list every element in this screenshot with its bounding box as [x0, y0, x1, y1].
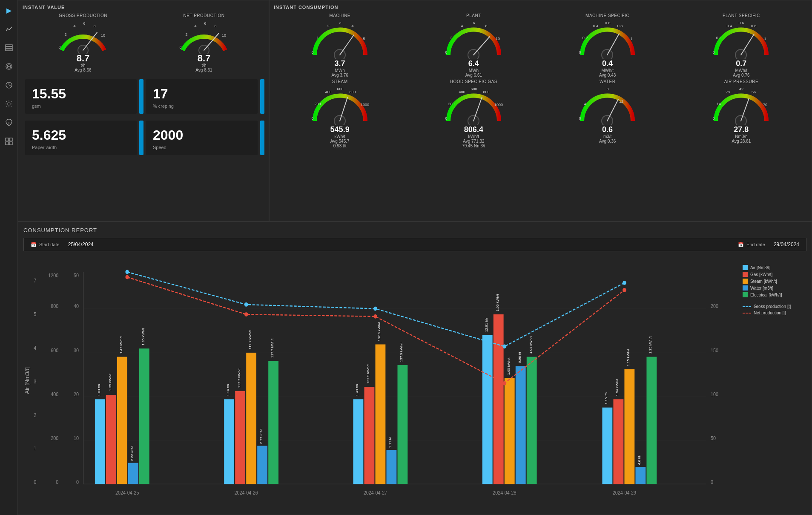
- speed-indicator: [260, 121, 264, 155]
- svg-point-5: [8, 66, 9, 67]
- svg-text:1.05 kWh/t: 1.05 kWh/t: [496, 293, 499, 311]
- gross-production-point: [244, 302, 248, 307]
- svg-text:0.77 m3/t: 0.77 m3/t: [260, 428, 263, 443]
- bar: [268, 361, 278, 484]
- svg-text:0.2: 0.2: [582, 36, 588, 40]
- svg-text:0: 0: [311, 50, 313, 55]
- bar: [646, 357, 657, 484]
- svg-text:6: 6: [473, 21, 475, 25]
- svg-text:4: 4: [34, 345, 37, 351]
- svg-text:117.7 kWh/t: 117.7 kWh/t: [249, 330, 252, 350]
- paper-width-label: Paper width: [32, 145, 130, 150]
- chart-legend: Air [Nm3/t] Gas [kWh/t] Steam [kWh/t] Wa…: [738, 256, 806, 505]
- plant-specific-unit: MWh/t: [735, 68, 747, 73]
- bar: [494, 314, 504, 484]
- bar: [602, 408, 612, 484]
- plant-gauge-container: PLANT 0 2 4 6 8 10: [407, 13, 539, 78]
- bar: [505, 378, 515, 484]
- svg-text:40: 40: [74, 304, 79, 309]
- svg-text:2024-04-28: 2024-04-28: [493, 490, 516, 495]
- svg-text:1000: 1000: [494, 103, 503, 107]
- net-production-value: 8.7: [198, 54, 211, 63]
- svg-text:Air [Nm3/t]: Air [Nm3/t]: [25, 367, 30, 394]
- settings-icon[interactable]: [3, 98, 15, 110]
- legend-water: Water [m3/t]: [743, 285, 806, 291]
- leaf-icon[interactable]: [3, 117, 15, 129]
- svg-text:1.03 t/h: 1.03 t/h: [97, 384, 100, 396]
- machine-specific-label: MACHINE SPECIFIC: [585, 13, 629, 18]
- legend-color-steam: [743, 279, 748, 284]
- creping-value: 17: [153, 86, 251, 102]
- svg-text:1.05 kWh/t: 1.05 kWh/t: [529, 336, 532, 354]
- svg-text:2024-04-25: 2024-04-25: [115, 490, 139, 495]
- svg-rect-12: [9, 138, 12, 141]
- steam-gauge-container: STEAM 0 200 400 600 800 1000: [274, 79, 406, 148]
- legend-air: Air [Nm3/t]: [743, 265, 806, 270]
- svg-text:1.15 kWh/t: 1.15 kWh/t: [627, 348, 630, 366]
- svg-text:5: 5: [363, 37, 365, 41]
- svg-text:0.98 t/t: 0.98 t/t: [518, 351, 521, 363]
- machine-gauge-container: MACHINE 0 1 2 3 4 5: [274, 13, 406, 78]
- machine-specific-gauge-container: MACHINE SPECIFIC 0 0.2 0.4 0.6 0.8 1: [542, 13, 674, 78]
- hood-gas-gauge-container: HOOD SPECIFIC GAS 0 200 400 600 800 1000: [407, 79, 539, 148]
- svg-text:1.15 t/h: 1.15 t/h: [605, 392, 608, 404]
- calendar-icon-end: 📅: [738, 242, 744, 247]
- svg-text:6: 6: [83, 21, 85, 26]
- plant-specific-gauge-svg: 0 0.2 0.4 0.6 0.8 1: [708, 19, 774, 59]
- svg-text:1: 1: [764, 37, 766, 41]
- bar: [106, 395, 116, 484]
- bar: [224, 399, 234, 484]
- svg-text:4: 4: [351, 24, 353, 28]
- bar: [482, 335, 493, 484]
- gsm-creping-row: 15.55 gsm 17 % creping: [23, 77, 264, 116]
- svg-text:3: 3: [34, 379, 36, 384]
- svg-text:200: 200: [711, 304, 718, 309]
- bar: [624, 369, 634, 484]
- net-production-svg: 0 2 4 6 8 10: [176, 20, 232, 54]
- target-icon[interactable]: [3, 60, 15, 72]
- hood-gas-unit: kWh/t: [468, 134, 479, 139]
- start-date-value[interactable]: 25/04/2024: [68, 242, 94, 247]
- svg-text:1: 1: [316, 36, 318, 40]
- svg-text:400: 400: [325, 90, 331, 94]
- hood-gas-gauge-svg: 0 200 400 600 800 1000: [441, 85, 507, 125]
- plant-label: PLANT: [466, 13, 481, 18]
- plant-gauge-svg: 0 2 4 6 8 10: [441, 19, 507, 59]
- svg-text:1.35 kWh/t: 1.35 kWh/t: [141, 328, 145, 345]
- svg-text:137.9 kWh/t: 137.9 kWh/t: [378, 322, 381, 341]
- end-date-value[interactable]: 29/04/2024: [774, 242, 799, 247]
- hood-gas-value: 806.4: [464, 125, 483, 134]
- arrow-right-icon[interactable]: ▶: [3, 4, 15, 16]
- svg-line-48: [607, 34, 619, 55]
- svg-text:2: 2: [185, 32, 187, 37]
- svg-text:7: 7: [34, 278, 36, 283]
- svg-text:0: 0: [711, 480, 713, 485]
- plant-specific-gauge-container: PLANT SPECIFIC 0 0.2 0.4 0.6 0.8 1: [675, 13, 807, 78]
- svg-text:0: 0: [179, 45, 181, 49]
- clock-icon[interactable]: [3, 79, 15, 91]
- svg-text:4: 4: [73, 24, 75, 28]
- svg-line-32: [340, 35, 354, 55]
- net-production-avg: Avg 8.31: [195, 68, 212, 72]
- chart-main: Air [Nm3/t] 0 1 2 3 4 5 7 0 200 400 600: [23, 256, 738, 505]
- bar: [117, 357, 127, 484]
- chart-icon[interactable]: [3, 23, 15, 35]
- svg-text:400: 400: [51, 391, 58, 397]
- svg-line-56: [741, 34, 754, 55]
- water-label: WATER: [600, 79, 616, 84]
- svg-rect-0: [6, 45, 12, 46]
- plant-avg: Avg 6.61: [465, 73, 482, 78]
- layers-icon[interactable]: [3, 42, 15, 54]
- svg-text:0: 0: [713, 116, 715, 121]
- svg-text:2: 2: [327, 24, 329, 28]
- svg-text:28: 28: [726, 90, 730, 94]
- svg-text:2: 2: [34, 412, 36, 418]
- grid-icon[interactable]: [3, 135, 15, 147]
- speed-box: 2000 Speed: [146, 121, 258, 155]
- bar: [364, 387, 375, 484]
- svg-text:1: 1: [34, 446, 36, 452]
- water-gauge-svg: 0 4 8 12: [574, 85, 640, 125]
- legend-gas: Gas [kWh/t]: [743, 272, 806, 277]
- hood-gas-avg: Avg 771.32: [463, 139, 484, 144]
- svg-rect-2: [6, 49, 12, 51]
